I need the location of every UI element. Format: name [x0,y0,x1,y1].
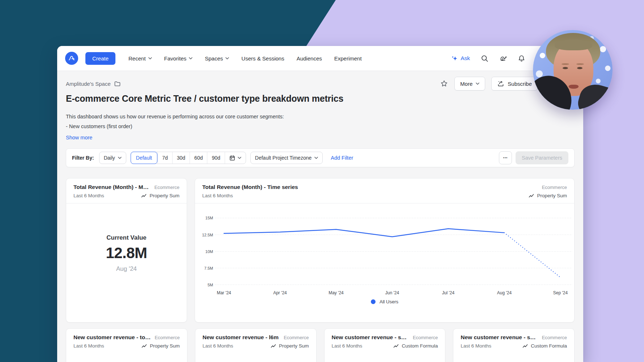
svg-text:Apr '24: Apr '24 [273,290,287,295]
subscribe-button[interactable]: Subscribe [491,77,538,90]
dashboard-row-1: Total Revenue (Month) - Metric Ecommerce… [66,178,575,323]
nav-item-recent[interactable]: Recent [128,55,152,62]
mini-card-measure: Custom Formula [522,343,567,349]
avatar-fringe [555,39,592,50]
filter-overflow-button[interactable]: ••• [499,151,512,164]
mini-card-project-badge: Ecommerce [284,335,309,340]
amplitude-logo-icon [68,54,76,62]
nav-item-experiment[interactable]: Experiment [334,55,362,62]
search-icon[interactable] [481,55,488,62]
filter-bar-actions: ••• Save Parameters [499,151,568,164]
nav-item-experiment-label: Experiment [334,55,362,62]
notifications-bell-icon[interactable] [518,55,525,62]
mini-card-measure: Property Sum [271,343,309,349]
mini-card-measure-label: Custom Formula [402,343,438,349]
trend-line-icon [141,344,147,348]
folder-icon [114,81,121,87]
nav-item-users-sessions-label: Users & Sessions [241,55,284,62]
nav-item-audiences[interactable]: Audiences [297,55,322,62]
nav-item-users-sessions[interactable]: Users & Sessions [241,55,284,62]
more-button-label: More [460,81,473,87]
breadcrumb-label: Amplitude's Space [66,81,111,87]
range-option-30d[interactable]: 30d [172,152,190,164]
nav-item-favorites-label: Favorites [164,55,187,62]
user-avatar[interactable] [533,30,613,110]
subscribe-button-label: Subscribe [508,81,532,87]
timeseries-chart-area[interactable]: 5M7.5M10M12.5M15MMar '24Apr '24May '24Ju… [195,203,574,322]
save-parameters-button[interactable]: Save Parameters [516,151,568,164]
timeseries-card-title[interactable]: Total Revenue (Month) - Time series [202,184,298,190]
subscribe-icon [497,80,504,87]
timezone-dropdown[interactable]: Default Project Timezone [250,152,323,164]
chart-legend[interactable]: All Users [195,299,574,304]
avatar-brow [562,63,569,65]
current-value-period: Aug '24 [116,265,137,273]
range-option-60d[interactable]: 60d [190,152,207,164]
mini-card-title[interactable]: New customer revenue - l6m [203,334,279,341]
create-button[interactable]: Create [85,52,115,65]
timeseries-card: Total Revenue (Month) - Time series Ecom… [195,178,575,323]
mini-card-measure-label: Property Sum [150,343,180,349]
mini-card-title[interactable]: New customer revenue - share ... [332,334,409,341]
mini-card-new-customer-share-1: New customer revenue - share ... Ecommer… [324,328,446,362]
svg-text:5M: 5M [208,282,213,287]
range-option-7d[interactable]: 7d [157,152,172,164]
metric-card-body: Current Value 12.8M Aug '24 [66,194,187,313]
mini-card-period: Last 6 Months [203,343,233,349]
snail-icon[interactable] [499,55,507,62]
chevron-down-icon [118,157,122,159]
range-option-default[interactable]: Default [131,152,157,164]
custom-date-range-button[interactable] [225,152,246,164]
mini-card-new-customer-l6m: New customer revenue - l6m Ecommerce Las… [195,328,317,362]
mini-card-project-badge: Ecommerce [413,335,438,340]
svg-text:Jul '24: Jul '24 [442,290,454,295]
show-more-link[interactable]: Show more [66,135,92,140]
timeseries-card-header: Total Revenue (Month) - Time series Ecom… [195,178,574,203]
nav-item-recent-label: Recent [128,55,146,62]
chevron-down-icon [314,157,318,159]
mini-card-project-badge: Ecommerce [154,335,179,340]
avatar-mouth [569,85,579,89]
mini-card-header: New customer revenue - share ... Ecommer… [453,329,574,353]
amplitude-logo[interactable] [65,52,78,65]
avatar-eye [563,67,568,69]
granularity-value: Daily [104,155,115,161]
app-window: Create Recent Favorites Spaces Users & S… [57,46,583,362]
chevron-down-icon [238,157,241,159]
more-button[interactable]: More [454,77,485,90]
nav-item-spaces-label: Spaces [205,55,223,62]
trend-line-icon [529,193,534,198]
mini-card-header: New customer revenue - share ... Ecommer… [325,329,445,353]
svg-text:May '24: May '24 [329,290,344,295]
trend-line-icon [393,344,399,348]
granularity-dropdown[interactable]: Daily [99,152,126,164]
metric-card-title[interactable]: Total Revenue (Month) - Metric [73,184,151,190]
trend-line-icon [522,344,528,348]
svg-text:Aug '24: Aug '24 [497,290,512,295]
filter-by-label: Filter By: [72,155,94,161]
nav-item-favorites[interactable]: Favorites [164,55,193,62]
add-filter-link[interactable]: Add Filter [331,155,353,161]
timeseries-card-measure: Property Sum [529,193,567,198]
mini-card-new-customer-share-2: New customer revenue - share ... Ecommer… [453,328,575,362]
legend-dot [371,299,376,304]
svg-text:Jun '24: Jun '24 [385,290,399,295]
mini-card-measure-label: Property Sum [279,343,309,349]
range-option-90d[interactable]: 90d [207,152,224,164]
favorite-star-icon[interactable] [440,80,448,88]
mini-card-measure-label: Custom Formula [531,343,567,349]
current-value: 12.8M [106,244,147,262]
mini-card-title[interactable]: New customer revenue - total - ... [73,334,151,341]
dashboard-row-2: New customer revenue - total - ... Ecomm… [66,328,575,362]
ask-ai-button[interactable]: Ask [451,55,470,62]
breadcrumb[interactable]: Amplitude's Space [66,81,121,87]
filter-bar: Filter By: Daily Default 7d 30d 60d 90d [66,148,575,167]
mini-card-measure: Custom Formula [393,343,438,349]
avatar-brow [576,63,584,65]
chevron-down-icon [189,57,192,59]
nav-item-spaces[interactable]: Spaces [205,55,229,62]
dashboard-description: This dashboard shows us how our revenue … [66,112,575,131]
svg-text:12.5M: 12.5M [202,232,213,237]
mini-card-title[interactable]: New customer revenue - share ... [461,334,538,341]
svg-text:Mar '24: Mar '24 [217,290,231,295]
